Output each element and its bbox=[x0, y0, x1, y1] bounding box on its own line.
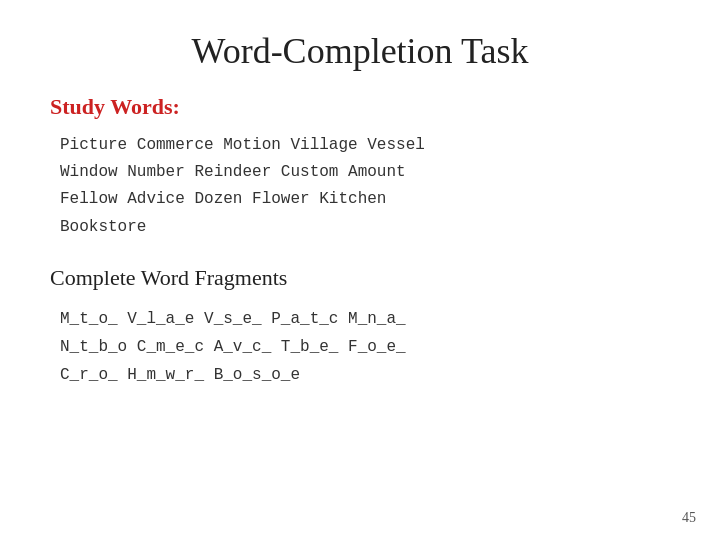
page: Word-Completion Task Study Words: Pictur… bbox=[0, 0, 720, 540]
fragments-line-1: M_t_o_ V_l_a_e V_s_e_ P_a_t_c M_n_a_ bbox=[60, 305, 670, 333]
study-words-line-2: Window Number Reindeer Custom Amount bbox=[60, 159, 670, 186]
fragments-line-3: C_r_o_ H_m_w_r_ B_o_s_o_e bbox=[60, 361, 670, 389]
study-words-line-3: Fellow Advice Dozen Flower Kitchen bbox=[60, 186, 670, 213]
study-words-box: Picture Commerce Motion Village Vessel W… bbox=[60, 132, 670, 241]
fragments-section: Complete Word Fragments M_t_o_ V_l_a_e V… bbox=[50, 265, 670, 389]
study-words-label: Study Words: bbox=[50, 94, 670, 120]
study-words-line-4: Bookstore bbox=[60, 214, 670, 241]
fragments-text: M_t_o_ V_l_a_e V_s_e_ P_a_t_c M_n_a_ N_t… bbox=[60, 305, 670, 389]
study-words-line-1: Picture Commerce Motion Village Vessel bbox=[60, 132, 670, 159]
fragments-box: M_t_o_ V_l_a_e V_s_e_ P_a_t_c M_n_a_ N_t… bbox=[60, 305, 670, 389]
page-title: Word-Completion Task bbox=[50, 30, 670, 72]
fragments-label: Complete Word Fragments bbox=[50, 265, 670, 291]
fragments-line-2: N_t_b_o C_m_e_c A_v_c_ T_b_e_ F_o_e_ bbox=[60, 333, 670, 361]
page-number: 45 bbox=[682, 510, 696, 526]
study-words-text: Picture Commerce Motion Village Vessel W… bbox=[60, 132, 670, 241]
